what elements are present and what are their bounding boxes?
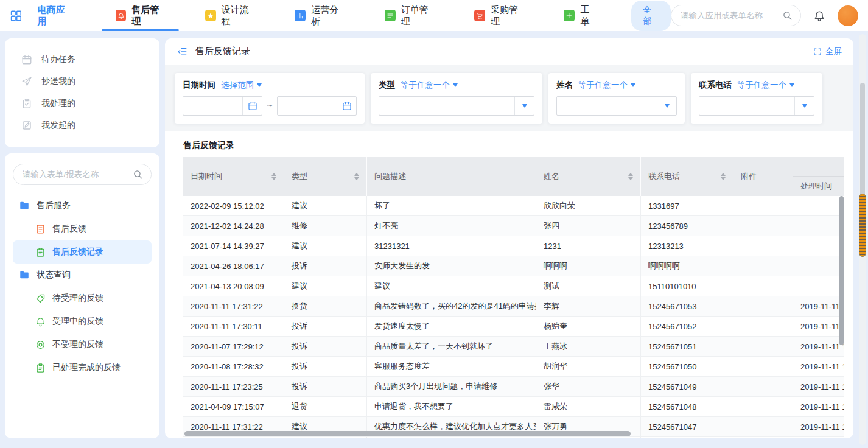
tree-item-label: 售后反馈 <box>52 223 86 234</box>
notification-bell-icon[interactable] <box>813 10 825 22</box>
table-row-6[interactable]: 2020-11-11 17:30:11投诉发货速度太慢了杨贻奎152456710… <box>183 317 844 337</box>
chevron-down-icon[interactable] <box>514 97 534 115</box>
quick-item-0[interactable]: 待办任务 <box>5 49 159 71</box>
table-cell: 2020-11-11 17:31:22 <box>183 296 284 316</box>
table-cell: 坏了 <box>367 196 536 215</box>
column-header-4[interactable]: 联系电话 <box>641 157 733 196</box>
sort-icon[interactable] <box>721 173 726 180</box>
table-cell: 15245671051 <box>641 337 733 356</box>
filter-label: 联系电话 <box>699 80 732 91</box>
table-row-2[interactable]: 2021-07-14 14:39:27建议3123132112311231321… <box>183 236 844 256</box>
sort-icon[interactable] <box>354 173 359 180</box>
collapse-sidebar-icon[interactable] <box>177 46 187 57</box>
column-header-3[interactable]: 姓名 <box>536 157 641 196</box>
topbar: 电商应用 售后管理设计流程运营分析订单管理采购管理工单 全部 <box>0 0 868 31</box>
chevron-down-icon[interactable] <box>794 97 814 115</box>
table-row-8[interactable]: 2020-11-08 17:28:32投诉客服服务态度差胡润华152456710… <box>183 357 844 377</box>
table-row-12[interactable] <box>183 437 844 438</box>
table-cell <box>733 357 793 376</box>
current-app-name[interactable]: 电商应用 <box>38 4 72 27</box>
app-tab-5[interactable]: 工单 <box>544 0 617 31</box>
table-cell <box>793 216 844 236</box>
sort-icon[interactable] <box>271 173 276 180</box>
table-cell <box>793 236 844 256</box>
table-cell: 2021-04-09 17:15:07 <box>183 397 284 416</box>
filter-operator[interactable]: 等于任意一个 <box>401 80 458 91</box>
chevron-down-icon <box>257 83 262 87</box>
table-cell: 建议 <box>284 236 367 256</box>
table-row-5[interactable]: 2020-11-11 17:31:22换货商品发错码数了，买的42的发的是41码… <box>183 296 844 317</box>
table-cell: 15245671053 <box>641 296 733 316</box>
table-cell: 建议 <box>284 276 367 296</box>
filter-operator[interactable]: 选择范围 <box>221 80 262 91</box>
user-avatar[interactable] <box>838 5 858 26</box>
topbar-right <box>671 5 858 26</box>
table-row-4[interactable]: 2021-04-13 20:08:09建议建议测试15110101010 <box>183 276 844 296</box>
form-search[interactable] <box>13 164 152 185</box>
date-to-input[interactable] <box>277 96 357 116</box>
calendar-icon[interactable] <box>242 97 262 115</box>
table-cell: 换货 <box>284 296 367 316</box>
page-scrollbar[interactable] <box>859 34 866 445</box>
all-apps-pill[interactable]: 全部 <box>631 1 671 31</box>
search-icon[interactable] <box>782 10 793 21</box>
form-search-input[interactable] <box>21 169 133 180</box>
filter-select[interactable] <box>699 96 814 116</box>
fullscreen-button[interactable]: 全屏 <box>813 46 842 57</box>
tree-item[interactable]: 不受理的反馈 <box>13 333 152 356</box>
table-cell: 商品购买3个月出现问题，申请维修 <box>367 377 536 396</box>
table-row-0[interactable]: 2022-02-09 15:12:02建议坏了欣欣向荣1331697 <box>183 196 844 216</box>
table-cell: 退货 <box>284 397 367 416</box>
scroll-marker-stripes <box>859 194 866 257</box>
app-tab-0[interactable]: 售后管理 <box>96 0 185 31</box>
table-row-1[interactable]: 2021-12-02 14:24:28维修灯不亮张四123456789 <box>183 216 844 236</box>
filter-select[interactable] <box>379 96 534 116</box>
column-header-0[interactable]: 日期时间 <box>183 157 284 196</box>
sort-icon[interactable] <box>628 173 633 180</box>
filter-operator[interactable]: 等于任意一个 <box>737 80 794 91</box>
table-cell: 雷咸荣 <box>536 397 641 416</box>
table-cell: 2021-04-13 20:08:09 <box>183 276 284 296</box>
filter-operator[interactable]: 等于任意一个 <box>578 80 635 91</box>
horizontal-scroll-thumb[interactable] <box>184 431 631 436</box>
quick-menu: 待办任务抄送我的我处理的我发起的 <box>5 38 159 147</box>
global-search-input[interactable] <box>679 10 782 21</box>
table-row-10[interactable]: 2021-04-09 17:15:07退货申请退货，我不想要了雷咸荣152456… <box>183 397 844 417</box>
tree-folder-0[interactable]: 售后服务 <box>13 194 152 217</box>
table-row-3[interactable]: 2021-04-26 18:06:17投诉安师大发生的发啊啊啊啊啊啊啊 <box>183 256 844 276</box>
quick-item-2[interactable]: 我处理的 <box>5 93 159 114</box>
column-header-1[interactable]: 类型 <box>284 157 367 196</box>
search-icon[interactable] <box>133 169 143 180</box>
app-tab-4[interactable]: 采购管理 <box>454 0 544 31</box>
table-vertical-scrollbar[interactable] <box>839 196 844 345</box>
table-horizontal-scrollbar[interactable] <box>183 431 844 437</box>
global-search[interactable] <box>671 5 801 26</box>
calendar-icon[interactable] <box>337 97 356 115</box>
quick-item-1[interactable]: 抄送我的 <box>5 71 159 93</box>
table-row-9[interactable]: 2020-11-11 17:23:25投诉商品购买3个月出现问题，申请维修张华1… <box>183 377 844 397</box>
table-cell <box>536 437 641 438</box>
app-tab-2[interactable]: 运营分析 <box>275 0 364 31</box>
apps-grid-icon[interactable] <box>10 9 23 23</box>
table-cell <box>793 437 844 438</box>
tree-item[interactable]: 已处理完成的反馈 <box>13 356 152 379</box>
topbar-divider <box>30 10 30 21</box>
column-header-label: 姓名 <box>544 171 559 182</box>
app-root: 电商应用 售后管理设计流程运营分析订单管理采购管理工单 全部 待办任务抄送我的我… <box>0 0 868 443</box>
tree-item[interactable]: 待受理的反馈 <box>13 287 152 310</box>
table-row-7[interactable]: 2020-11-07 17:29:12投诉商品质量太差了，一天不到就坏了王燕冰1… <box>183 337 844 357</box>
tree-item[interactable]: 售后反馈记录 <box>13 240 152 264</box>
tree-item[interactable]: 受理中的反馈 <box>13 310 152 333</box>
tree-item-label: 受理中的反馈 <box>52 316 103 327</box>
bell-icon <box>35 317 46 327</box>
app-tab-3[interactable]: 订单管理 <box>365 0 454 31</box>
chevron-down-icon[interactable] <box>657 97 676 115</box>
tree-item[interactable]: 售后反馈 <box>13 217 152 240</box>
table-cell: 2020-11-07 17:29:12 <box>183 337 284 356</box>
table-cell: 15245671052 <box>641 317 733 336</box>
tree-folder-1[interactable]: 状态查询 <box>13 264 152 287</box>
quick-item-3[interactable]: 我发起的 <box>5 114 159 136</box>
app-tab-1[interactable]: 设计流程 <box>185 0 275 31</box>
filter-select[interactable] <box>556 96 677 116</box>
date-from-input[interactable] <box>183 96 262 116</box>
